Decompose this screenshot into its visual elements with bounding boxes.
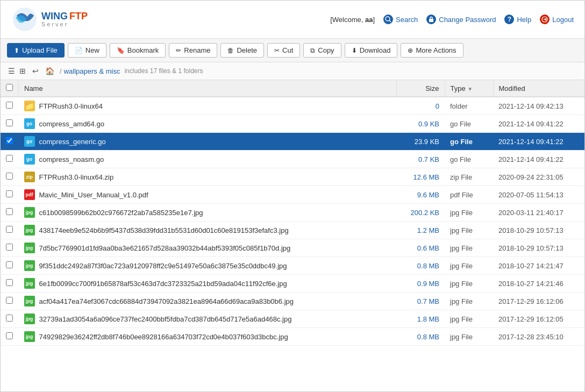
table-row[interactable]: jpg 32739a1ad3054a6a096ce737fec2400bbf5f… <box>1 310 584 328</box>
row-checkbox-cell[interactable] <box>1 97 19 115</box>
file-name[interactable]: c61b0098599b62b02c976672f2ab7a585235e1e7… <box>39 209 203 217</box>
bookmark-button[interactable]: 🔖 Bookmark <box>110 43 166 58</box>
table-row[interactable]: jpg 9f351ddc2492a87f3f0ac723a9120978ff2c… <box>1 257 584 275</box>
file-name[interactable]: compress_amd64.go <box>39 120 104 128</box>
row-checkbox-cell[interactable] <box>1 239 19 257</box>
more-actions-button[interactable]: ⊕ More Actions <box>401 43 463 58</box>
row-checkbox-cell[interactable] <box>1 293 19 310</box>
cut-button[interactable]: ✂ Cut <box>267 43 300 58</box>
row-checkbox[interactable] <box>6 315 13 322</box>
file-icon: jpg <box>24 331 35 342</box>
row-checkbox-cell[interactable] <box>1 133 19 151</box>
new-button[interactable]: 📄 New <box>68 43 106 58</box>
back-icon[interactable]: ↩ <box>31 66 40 76</box>
delete-button[interactable]: 🗑 Delete <box>220 43 264 58</box>
row-checkbox-cell[interactable] <box>1 204 19 222</box>
table-row[interactable]: 📁 FTPRush3.0-linux64 0 folder 2021-12-14… <box>1 97 584 115</box>
row-checkbox[interactable] <box>6 226 13 233</box>
row-checkbox-cell[interactable] <box>1 257 19 275</box>
download-button[interactable]: ⬇ Download <box>345 43 398 58</box>
table-row[interactable]: jpg 74929829e36242ff2db8f746b0ee8928166a… <box>1 328 584 346</box>
row-modified-cell: 2021-12-14 09:41:22 <box>493 151 584 168</box>
row-checkbox-cell[interactable] <box>1 151 19 168</box>
row-modified-cell: 2017-12-29 16:12:05 <box>493 310 584 328</box>
file-table: Name Size Type ▼ Modified <box>1 80 584 346</box>
select-all-header[interactable] <box>1 80 19 97</box>
row-modified-cell: 2018-10-29 10:57:13 <box>493 222 584 239</box>
grid-view-icon[interactable]: ⊞ <box>18 66 27 76</box>
row-checkbox[interactable] <box>6 173 13 180</box>
row-checkbox-cell[interactable] <box>1 168 19 186</box>
file-name[interactable]: 32739a1ad3054a6a096ce737fec2400bbf5fdba7… <box>39 315 292 323</box>
file-name[interactable]: 438174eeb9e524b6b9f5437d538d39fdd31b5531… <box>39 226 289 234</box>
table-row[interactable]: jpg acf04a417ea74ef3067cdc66884d73947092… <box>1 293 584 310</box>
table-row[interactable]: go compress_amd64.go 0.9 KB go File 2021… <box>1 115 584 133</box>
row-checkbox-cell[interactable] <box>1 310 19 328</box>
row-checkbox-cell[interactable] <box>1 328 19 346</box>
row-checkbox-cell[interactable] <box>1 222 19 239</box>
file-name[interactable]: compress_generic.go <box>39 138 106 146</box>
file-name[interactable]: 74929829e36242ff2db8f746b0ee8928166a6347… <box>39 333 288 341</box>
file-table-container[interactable]: Name Size Type ▼ Modified <box>1 80 584 391</box>
file-name[interactable]: compress_noasm.go <box>39 155 104 163</box>
row-checkbox[interactable] <box>6 102 13 109</box>
row-modified-cell: 2020-07-05 11:54:13 <box>493 186 584 204</box>
row-checkbox[interactable] <box>6 297 13 304</box>
file-icon: jpg <box>24 278 35 289</box>
pathbar: ☰ ⊞ ↩ 🏠 / wallpapers & misc includes 17 … <box>1 62 584 80</box>
breadcrumb: / wallpapers & misc <box>60 67 120 75</box>
change-password-button[interactable]: Change Password <box>426 15 496 24</box>
file-name[interactable]: FTPRush3.0-linux64 <box>39 102 103 110</box>
table-row[interactable]: go compress_generic.go 23.9 KB go File 2… <box>1 133 584 151</box>
row-type-cell: pdf File <box>445 186 493 204</box>
row-checkbox-cell[interactable] <box>1 275 19 293</box>
row-checkbox-cell[interactable] <box>1 115 19 133</box>
list-view-icon[interactable]: ☰ <box>7 66 16 76</box>
rename-button[interactable]: ✏ Rename <box>169 43 217 58</box>
row-checkbox[interactable] <box>6 137 13 144</box>
upload-file-button[interactable]: ⬆ Upload File <box>7 43 65 58</box>
file-name[interactable]: 6e1fb0099cc700f91b65878af53c463d7dc37233… <box>39 280 287 288</box>
row-checkbox[interactable] <box>6 119 13 126</box>
file-name[interactable]: 7d5bc7769901d1fd9aa0ba3e621657d528aa3903… <box>39 244 291 252</box>
size-column-header[interactable]: Size <box>396 80 445 97</box>
row-name-cell: go compress_noasm.go <box>19 151 397 168</box>
row-checkbox[interactable] <box>6 208 13 215</box>
file-name[interactable]: acf04a417ea74ef3067cdc66884d73947092a382… <box>39 297 294 305</box>
table-row[interactable]: zip FTPRush3.0-linux64.zip 12.6 MB zip F… <box>1 168 584 186</box>
file-icon: go <box>24 118 35 129</box>
lock-icon <box>426 15 436 24</box>
name-column-header[interactable]: Name <box>19 80 397 97</box>
select-all-checkbox[interactable] <box>6 84 13 91</box>
home-icon[interactable]: 🏠 <box>44 66 55 76</box>
table-row[interactable]: go compress_noasm.go 0.7 KB go File 2021… <box>1 151 584 168</box>
search-icon <box>383 15 393 24</box>
search-button[interactable]: Search <box>383 15 418 24</box>
table-row[interactable]: jpg 438174eeb9e524b6b9f5437d538d39fdd31b… <box>1 222 584 239</box>
file-icon: zip <box>24 172 35 182</box>
row-type-cell: go File <box>445 115 493 133</box>
row-checkbox[interactable] <box>6 155 13 162</box>
row-checkbox[interactable] <box>6 279 13 286</box>
table-row[interactable]: jpg 7d5bc7769901d1fd9aa0ba3e621657d528aa… <box>1 239 584 257</box>
row-checkbox[interactable] <box>6 190 13 197</box>
help-button[interactable]: ? Help <box>504 15 531 24</box>
file-name[interactable]: Mavic_Mini_User_Manual_v1.0.pdf <box>39 191 148 199</box>
row-type-cell: jpg File <box>445 293 493 310</box>
file-name[interactable]: 9f351ddc2492a87f3f0ac723a9120978ff2c9e51… <box>39 262 287 270</box>
row-checkbox[interactable] <box>6 244 13 251</box>
copy-button[interactable]: ⧉ Copy <box>303 43 341 58</box>
file-name[interactable]: FTPRush3.0-linux64.zip <box>39 173 114 181</box>
table-row[interactable]: jpg c61b0098599b62b02c976672f2ab7a585235… <box>1 204 584 222</box>
modified-column-header[interactable]: Modified <box>493 80 584 97</box>
table-row[interactable]: jpg 6e1fb0099cc700f91b65878af53c463d7dc3… <box>1 275 584 293</box>
row-name-cell: go compress_amd64.go <box>19 115 397 133</box>
path-link[interactable]: wallpapers & misc <box>64 67 120 75</box>
row-checkbox[interactable] <box>6 332 13 339</box>
row-type-cell: jpg File <box>445 204 493 222</box>
row-checkbox-cell[interactable] <box>1 186 19 204</box>
logout-button[interactable]: Logout <box>540 15 574 24</box>
table-row[interactable]: pdf Mavic_Mini_User_Manual_v1.0.pdf 9.6 … <box>1 186 584 204</box>
row-checkbox[interactable] <box>6 261 13 268</box>
type-column-header[interactable]: Type ▼ <box>445 80 493 97</box>
